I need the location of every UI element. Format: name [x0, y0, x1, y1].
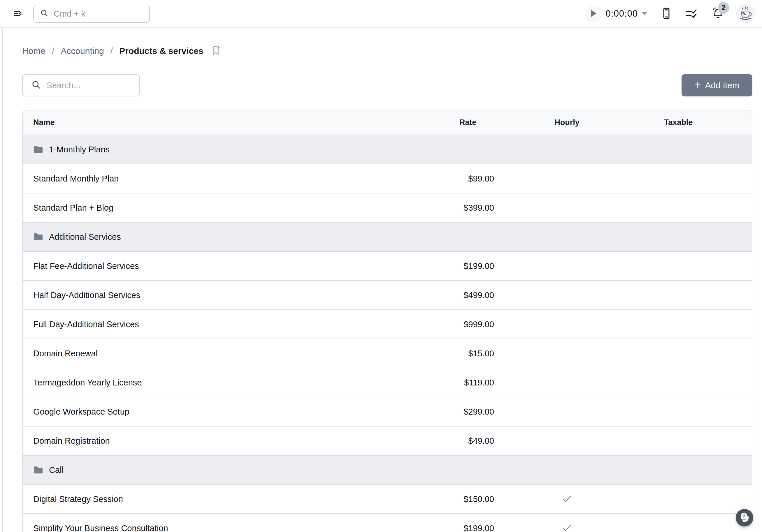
- command-search-input[interactable]: [54, 9, 138, 19]
- notification-count-badge: 2: [718, 2, 729, 14]
- row-name: Call: [49, 465, 63, 475]
- row-name: Standard Plan + Blog: [33, 203, 114, 213]
- breadcrumb-accounting[interactable]: Accounting: [61, 46, 104, 56]
- folder-icon: [33, 145, 43, 154]
- items-search[interactable]: [22, 74, 140, 97]
- row-name: Domain Renewal: [33, 349, 98, 358]
- plus-icon: +: [694, 79, 701, 90]
- row-name: Standard Monthly Plan: [33, 174, 118, 183]
- table-row[interactable]: Half Day-Additional Services $499.00: [23, 280, 752, 309]
- user-avatar[interactable]: [736, 4, 755, 23]
- breadcrumb-separator: /: [111, 46, 113, 56]
- table-row[interactable]: Simplify Your Business Consultation $199…: [23, 513, 752, 532]
- timer-play-button[interactable]: [585, 6, 602, 22]
- chevron-down-icon: [641, 11, 648, 17]
- help-chat-icon: ?: [739, 512, 750, 524]
- row-name: Google Workspace Setup: [33, 407, 129, 417]
- search-icon: [39, 8, 49, 19]
- breadcrumb-home[interactable]: Home: [22, 46, 45, 56]
- table-row[interactable]: Standard Monthly Plan $99.00: [23, 164, 752, 193]
- row-rate: $199.00: [407, 261, 529, 271]
- items-search-input[interactable]: [47, 81, 128, 90]
- row-name: 1-Monthly Plans: [49, 145, 110, 155]
- table-header: Name Rate Hourly Taxable: [23, 110, 752, 135]
- row-rate: $399.00: [407, 203, 529, 213]
- row-name: Flat Fee-Additional Services: [33, 261, 139, 271]
- add-item-button[interactable]: + Add item: [682, 74, 752, 97]
- row-name: Half Day-Additional Services: [33, 291, 140, 300]
- add-item-label: Add item: [705, 80, 739, 90]
- svg-text:?: ?: [742, 513, 745, 519]
- row-rate: $99.00: [407, 174, 529, 183]
- breadcrumb: Home / Accounting / Products & services: [22, 44, 752, 57]
- page-title: Products & services: [119, 46, 203, 56]
- panel-collapse-icon: [13, 8, 23, 19]
- timer-dropdown-button[interactable]: [641, 11, 648, 17]
- bookmark-page-button[interactable]: [211, 45, 220, 57]
- row-rate: $119.00: [407, 378, 529, 387]
- hourly-checkmark-icon: [563, 495, 572, 503]
- table-row[interactable]: Digital Strategy Session $150.00: [23, 484, 752, 513]
- mobile-app-button[interactable]: [661, 7, 672, 20]
- row-name: Termageddon Yearly License: [33, 378, 142, 387]
- row-name: Simplify Your Business Consultation: [33, 524, 168, 532]
- folder-icon: [33, 466, 43, 474]
- column-header-name: Name: [23, 118, 407, 127]
- products-services-table: Name Rate Hourly Taxable 1-Monthly Plans…: [22, 110, 752, 532]
- row-rate: $499.00: [407, 291, 529, 300]
- topbar: 0:00:00: [0, 0, 762, 28]
- folder-icon: [33, 233, 43, 241]
- table-row[interactable]: Flat Fee-Additional Services $199.00: [23, 251, 752, 280]
- table-row[interactable]: Termageddon Yearly License $119.00: [23, 368, 752, 397]
- folder-row[interactable]: Additional Services: [23, 222, 752, 251]
- row-rate: $150.00: [407, 495, 529, 504]
- command-search[interactable]: [33, 5, 150, 23]
- row-rate: $15.00: [407, 349, 529, 358]
- row-rate: $999.00: [407, 320, 529, 329]
- search-icon: [31, 80, 41, 91]
- table-row[interactable]: Domain Registration $49.00: [23, 426, 752, 455]
- table-body: 1-Monthly Plans Standard Monthly Plan $9…: [23, 135, 752, 532]
- row-rate: $299.00: [407, 407, 529, 417]
- column-header-rate: Rate: [407, 118, 529, 127]
- help-button[interactable]: ?: [736, 509, 753, 526]
- row-name: Additional Services: [49, 232, 121, 242]
- table-toolbar: + Add item: [22, 74, 752, 97]
- hourly-checkmark-icon: [563, 524, 572, 532]
- row-name: Full Day-Additional Services: [33, 320, 139, 329]
- column-header-hourly: Hourly: [529, 118, 605, 127]
- row-name: Digital Strategy Session: [33, 495, 123, 504]
- checklist-icon: [685, 8, 698, 19]
- table-row[interactable]: Full Day-Additional Services $999.00: [23, 309, 752, 339]
- sidebar-toggle-button[interactable]: [13, 8, 23, 19]
- column-header-taxable: Taxable: [605, 118, 752, 127]
- folder-row[interactable]: Call: [23, 455, 752, 484]
- table-row[interactable]: Standard Plan + Blog $399.00: [23, 193, 752, 222]
- phone-icon: [661, 7, 672, 20]
- table-row[interactable]: Domain Renewal $15.00: [23, 339, 752, 368]
- row-rate: $49.00: [407, 436, 529, 446]
- row-rate: $199.00: [407, 524, 529, 532]
- table-row[interactable]: Google Workspace Setup $299.00: [23, 397, 752, 426]
- tasks-button[interactable]: [685, 8, 698, 19]
- row-name: Domain Registration: [33, 436, 110, 446]
- timer-display: 0:00:00: [606, 8, 638, 19]
- main-content: Home / Accounting / Products & services …: [0, 29, 762, 532]
- coffee-cup-avatar-illustration: [737, 5, 754, 23]
- play-icon: [590, 9, 597, 18]
- folder-row[interactable]: 1-Monthly Plans: [23, 135, 752, 164]
- breadcrumb-separator: /: [52, 46, 54, 56]
- bookmark-add-icon: [211, 45, 220, 57]
